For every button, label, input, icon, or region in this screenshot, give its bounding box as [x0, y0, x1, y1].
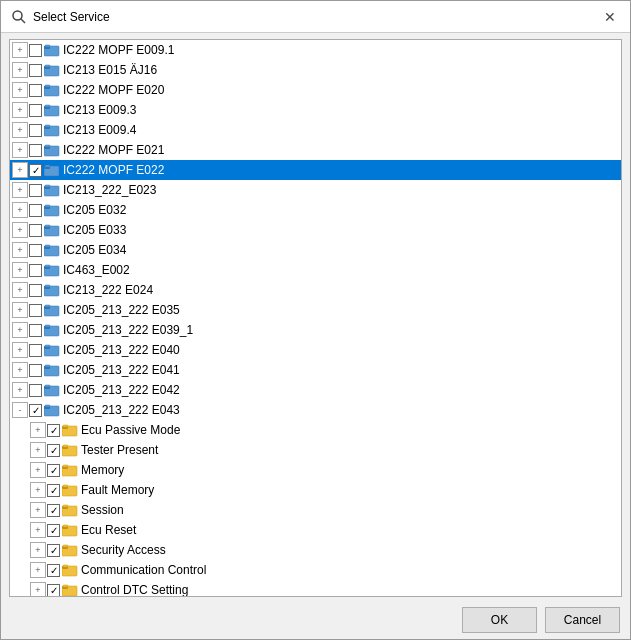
tree-checkbox[interactable] — [29, 384, 42, 397]
tree-checkbox[interactable] — [47, 584, 60, 597]
tree-checkbox[interactable] — [29, 44, 42, 57]
tree-row[interactable]: + IC213_222 E024 — [10, 280, 621, 300]
expander-icon[interactable]: + — [12, 182, 28, 198]
tree-checkbox[interactable] — [47, 464, 60, 477]
tree-row[interactable]: + IC205 E033 — [10, 220, 621, 240]
expander-icon[interactable]: + — [30, 482, 46, 498]
tree-checkbox[interactable] — [29, 204, 42, 217]
tree-checkbox[interactable] — [29, 304, 42, 317]
expander-icon[interactable]: + — [30, 442, 46, 458]
expander-icon[interactable]: + — [30, 422, 46, 438]
expander-icon[interactable]: + — [12, 162, 28, 178]
tree-row[interactable]: + IC205 E032 — [10, 200, 621, 220]
folder-blue-icon — [44, 403, 60, 417]
tree-row[interactable]: + Session — [10, 500, 621, 520]
tree-row[interactable]: + Fault Memory — [10, 480, 621, 500]
tree-checkbox[interactable] — [29, 164, 42, 177]
tree-row[interactable]: + Tester Present — [10, 440, 621, 460]
tree-checkbox[interactable] — [47, 564, 60, 577]
tree-row[interactable]: + IC222 MOPF E009.1 — [10, 40, 621, 60]
expander-icon[interactable]: + — [12, 242, 28, 258]
expander-icon[interactable]: + — [12, 382, 28, 398]
tree-row[interactable]: + Control DTC Setting — [10, 580, 621, 597]
tree-container[interactable]: + IC222 MOPF E009.1+ IC213 E015 ÄJ16+ IC… — [9, 39, 622, 597]
tree-checkbox[interactable] — [29, 64, 42, 77]
tree-checkbox[interactable] — [29, 324, 42, 337]
expander-icon[interactable]: + — [30, 562, 46, 578]
tree-row[interactable]: + Ecu Passive Mode — [10, 420, 621, 440]
expander-icon[interactable]: + — [12, 42, 28, 58]
tree-row[interactable]: + IC205_213_222 E035 — [10, 300, 621, 320]
tree-checkbox[interactable] — [47, 544, 60, 557]
tree-item-label: Security Access — [81, 543, 166, 557]
tree-row[interactable]: + IC205_213_222 E040 — [10, 340, 621, 360]
tree-row[interactable]: + Security Access — [10, 540, 621, 560]
expander-icon[interactable]: + — [12, 62, 28, 78]
expander-icon[interactable]: + — [12, 262, 28, 278]
tree-checkbox[interactable] — [29, 144, 42, 157]
expander-icon[interactable]: + — [12, 82, 28, 98]
close-button[interactable]: ✕ — [600, 7, 620, 27]
tree-row[interactable]: + IC213 E009.4 — [10, 120, 621, 140]
expander-icon[interactable]: + — [12, 202, 28, 218]
expander-icon[interactable]: + — [30, 542, 46, 558]
expander-icon[interactable]: + — [12, 222, 28, 238]
expander-icon[interactable]: + — [12, 302, 28, 318]
svg-rect-13 — [45, 105, 50, 107]
tree-checkbox[interactable] — [29, 184, 42, 197]
tree-checkbox[interactable] — [47, 424, 60, 437]
tree-row[interactable]: + Communication Control — [10, 560, 621, 580]
tree-row[interactable]: + IC222 MOPF E022 — [10, 160, 621, 180]
tree-checkbox[interactable] — [47, 444, 60, 457]
expander-icon[interactable]: + — [12, 362, 28, 378]
expander-icon[interactable]: + — [12, 282, 28, 298]
tree-checkbox[interactable] — [29, 124, 42, 137]
expander-icon[interactable]: + — [30, 522, 46, 538]
cancel-button[interactable]: Cancel — [545, 607, 620, 633]
tree-checkbox[interactable] — [47, 484, 60, 497]
tree-row[interactable]: + Memory — [10, 460, 621, 480]
tree-checkbox[interactable] — [29, 344, 42, 357]
expander-icon[interactable]: - — [12, 402, 28, 418]
expander-icon[interactable]: + — [30, 462, 46, 478]
tree-checkbox[interactable] — [29, 84, 42, 97]
tree-checkbox[interactable] — [47, 524, 60, 537]
tree-checkbox[interactable] — [29, 284, 42, 297]
tree-item-label: IC222 MOPF E020 — [63, 83, 164, 97]
expander-icon[interactable]: + — [30, 582, 46, 597]
expander-icon[interactable]: + — [12, 322, 28, 338]
tree-item-label: Ecu Reset — [81, 523, 136, 537]
ok-button[interactable]: OK — [462, 607, 537, 633]
tree-row[interactable]: - IC205_213_222 E043 — [10, 400, 621, 420]
tree-checkbox[interactable] — [29, 264, 42, 277]
expander-icon[interactable]: + — [12, 102, 28, 118]
expander-icon[interactable]: + — [12, 122, 28, 138]
tree-checkbox[interactable] — [29, 364, 42, 377]
tree-checkbox[interactable] — [29, 244, 42, 257]
svg-rect-7 — [45, 65, 50, 67]
tree-row[interactable]: + IC222 MOPF E021 — [10, 140, 621, 160]
tree-row[interactable]: + IC463_E002 — [10, 260, 621, 280]
tree-checkbox[interactable] — [29, 104, 42, 117]
expander-icon[interactable]: + — [12, 342, 28, 358]
tree-row[interactable]: + IC213 E015 ÄJ16 — [10, 60, 621, 80]
svg-rect-49 — [45, 345, 50, 347]
tree-checkbox[interactable] — [47, 504, 60, 517]
tree-row[interactable]: + Ecu Reset — [10, 520, 621, 540]
tree-row[interactable]: + IC222 MOPF E020 — [10, 80, 621, 100]
tree-item-label: IC222 MOPF E009.1 — [63, 43, 174, 57]
folder-blue-icon — [44, 363, 60, 377]
tree-row[interactable]: + IC205 E034 — [10, 240, 621, 260]
folder-blue-icon — [44, 83, 60, 97]
tree-checkbox[interactable] — [29, 224, 42, 237]
expander-icon[interactable]: + — [30, 502, 46, 518]
tree-item-label: IC222 MOPF E021 — [63, 143, 164, 157]
tree-row[interactable]: + IC205_213_222 E039_1 — [10, 320, 621, 340]
tree-row[interactable]: + IC213_222_E023 — [10, 180, 621, 200]
tree-row[interactable]: + IC205_213_222 E041 — [10, 360, 621, 380]
tree-row[interactable]: + IC205_213_222 E042 — [10, 380, 621, 400]
expander-icon[interactable]: + — [12, 142, 28, 158]
tree-checkbox[interactable] — [29, 404, 42, 417]
tree-row[interactable]: + IC213 E009.3 — [10, 100, 621, 120]
tree-item-label: IC205_213_222 E042 — [63, 383, 180, 397]
